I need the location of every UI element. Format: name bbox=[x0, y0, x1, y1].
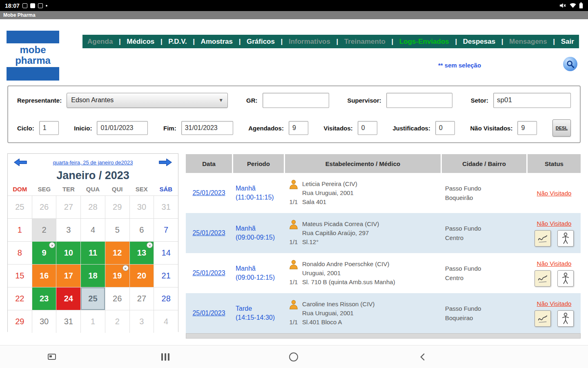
calendar-day-3-adjacent[interactable]: 3 bbox=[130, 310, 154, 333]
fim-input[interactable] bbox=[181, 121, 233, 135]
row-status-link[interactable]: Não Visitado bbox=[537, 190, 572, 197]
calendar-day-30-adjacent[interactable]: 30 bbox=[130, 196, 154, 218]
calendar-day-21[interactable]: 21 bbox=[154, 265, 178, 287]
row-period-cell: Tarde (14:15-14:30) bbox=[233, 293, 284, 333]
calendar-day-14[interactable]: 14 bbox=[154, 242, 178, 264]
justify-visit-button[interactable] bbox=[557, 270, 574, 287]
screenshot-button[interactable] bbox=[43, 346, 61, 368]
main-content: mobe pharma Agenda|Médicos|P.D.V.|Amostr… bbox=[0, 19, 588, 346]
calendar-day-15[interactable]: 15 bbox=[8, 265, 32, 287]
calendar-day-27-adjacent[interactable]: 27 bbox=[56, 196, 80, 218]
calendar-day-4[interactable]: 4 bbox=[81, 219, 105, 241]
calendar-day-5[interactable]: 5 bbox=[105, 219, 129, 241]
calendar-day-18[interactable]: 18 bbox=[81, 265, 105, 287]
row-status-link[interactable]: Não Visitado bbox=[537, 260, 572, 267]
calendar-day-1[interactable]: 1 bbox=[8, 219, 32, 241]
calendar-day-31-adjacent[interactable]: 31 bbox=[154, 196, 178, 218]
calendar-day-4-adjacent[interactable]: 4 bbox=[154, 310, 178, 333]
visitados-input[interactable] bbox=[358, 121, 377, 135]
row-visit-count: 1/1 bbox=[290, 318, 298, 327]
desl-button[interactable]: DESL bbox=[552, 119, 571, 137]
nav-item-logs-enviados[interactable]: Logs-Enviados bbox=[399, 38, 449, 46]
calendar-day-8[interactable]: 8 bbox=[8, 242, 32, 264]
search-button[interactable] bbox=[563, 57, 577, 71]
inicio-input[interactable] bbox=[97, 121, 148, 135]
horizontal-scrollbar[interactable] bbox=[186, 333, 581, 339]
row-date-link[interactable]: 25/01/2023 bbox=[192, 310, 225, 317]
home-button[interactable] bbox=[285, 346, 303, 368]
calendar-day-31[interactable]: 31 bbox=[56, 310, 80, 333]
nav-item-p-d-v[interactable]: P.D.V. bbox=[168, 38, 187, 46]
day-header-qua: QUA bbox=[81, 186, 105, 193]
calendar-day-11[interactable]: 11 bbox=[81, 242, 105, 264]
calendar-day-9[interactable]: 9× bbox=[32, 242, 56, 264]
nav-item-graficos[interactable]: Gráficos bbox=[247, 38, 275, 46]
justify-visit-button[interactable] bbox=[557, 310, 574, 327]
calendar-day-23[interactable]: 23 bbox=[32, 287, 56, 310]
day-number: 31 bbox=[64, 317, 73, 326]
setor-input[interactable] bbox=[493, 93, 571, 108]
nav-item-despesas[interactable]: Despesas bbox=[463, 38, 495, 46]
day-number: 4 bbox=[91, 225, 95, 235]
calendar-day-7[interactable]: 7 bbox=[154, 219, 178, 241]
calendar-day-25-adjacent[interactable]: 25 bbox=[8, 196, 32, 218]
calendar-day-17[interactable]: 17 bbox=[56, 265, 80, 287]
supervisor-input[interactable] bbox=[386, 93, 452, 108]
calendar-day-22[interactable]: 22 bbox=[8, 287, 32, 310]
signature-button[interactable] bbox=[535, 230, 551, 247]
calendar-day-16[interactable]: 16 bbox=[32, 265, 56, 287]
calendar-day-3[interactable]: 3 bbox=[56, 219, 80, 241]
calendar-day-25[interactable]: 25 bbox=[81, 287, 105, 310]
justificados-label: Justificados: bbox=[392, 125, 430, 132]
signature-button[interactable] bbox=[535, 310, 551, 327]
calendar-day-29[interactable]: 29 bbox=[8, 310, 32, 333]
calendar-day-29-adjacent[interactable]: 29 bbox=[105, 196, 129, 218]
row-date-link[interactable]: 25/01/2023 bbox=[192, 269, 225, 277]
calendar-date-link[interactable]: quarta-feira, 25 de janeiro de2023 bbox=[32, 157, 154, 168]
supervisor-label: Supervisor: bbox=[347, 97, 381, 104]
calendar-day-19[interactable]: 19× bbox=[105, 265, 129, 287]
nao-visitados-input[interactable] bbox=[517, 121, 537, 135]
calendar-day-26[interactable]: 26 bbox=[105, 287, 129, 310]
ciclo-input[interactable] bbox=[39, 121, 59, 135]
main-nav: Agenda|Médicos|P.D.V.|Amostras|Gráficos|… bbox=[82, 35, 579, 48]
calendar-day-2-adjacent[interactable]: 2 bbox=[105, 310, 129, 333]
calendar-day-10[interactable]: 10 bbox=[56, 242, 80, 264]
calendar-day-13[interactable]: 13× bbox=[130, 242, 154, 264]
row-action-buttons bbox=[535, 270, 574, 287]
calendar-day-1-adjacent[interactable]: 1 bbox=[81, 310, 105, 333]
recents-button[interactable] bbox=[156, 346, 174, 368]
next-day-button[interactable] bbox=[158, 157, 173, 168]
calendar-day-26-adjacent[interactable]: 26 bbox=[32, 196, 56, 218]
gr-input[interactable] bbox=[263, 93, 329, 108]
column-header-status: Status bbox=[528, 154, 581, 173]
representante-select[interactable]: Edson Arantes ▼ bbox=[67, 93, 228, 108]
row-date-link[interactable]: 25/01/2023 bbox=[192, 229, 225, 237]
calendar-day-28-adjacent[interactable]: 28 bbox=[81, 196, 105, 218]
calendar-day-28[interactable]: 28 bbox=[154, 287, 178, 310]
signature-button[interactable] bbox=[535, 270, 551, 287]
row-status-link[interactable]: Não Visitado bbox=[537, 300, 572, 307]
calendar-day-20[interactable]: 20 bbox=[130, 265, 154, 287]
calendar-day-24[interactable]: 24 bbox=[56, 287, 80, 310]
nav-item-amostras[interactable]: Amostras bbox=[201, 38, 233, 46]
justificados-input[interactable] bbox=[435, 121, 455, 135]
row-date-link[interactable]: 25/01/2023 bbox=[192, 189, 225, 197]
prev-day-button[interactable] bbox=[13, 157, 28, 168]
nav-item-treinamento: Treinamento bbox=[344, 38, 385, 46]
calendar-day-2[interactable]: 2 bbox=[32, 219, 56, 241]
logo-text-pharma: pharma bbox=[15, 55, 51, 66]
day-header-seg: SEG bbox=[32, 186, 57, 193]
nav-item-sair[interactable]: Sair bbox=[561, 38, 574, 46]
row-time: (14:15-14:30) bbox=[236, 313, 284, 322]
calendar-day-6[interactable]: 6 bbox=[130, 219, 154, 241]
calendar-day-30[interactable]: 30 bbox=[32, 310, 56, 333]
row-time: (09:00-09:15) bbox=[236, 233, 284, 242]
justify-visit-button[interactable] bbox=[557, 230, 574, 247]
calendar-day-27[interactable]: 27 bbox=[130, 287, 154, 310]
row-status-link[interactable]: Não Visitado bbox=[537, 220, 572, 227]
calendar-day-12[interactable]: 12 bbox=[105, 242, 129, 264]
agendados-input[interactable] bbox=[289, 121, 308, 135]
nav-item-medicos[interactable]: Médicos bbox=[127, 38, 154, 46]
back-button[interactable] bbox=[414, 346, 432, 368]
